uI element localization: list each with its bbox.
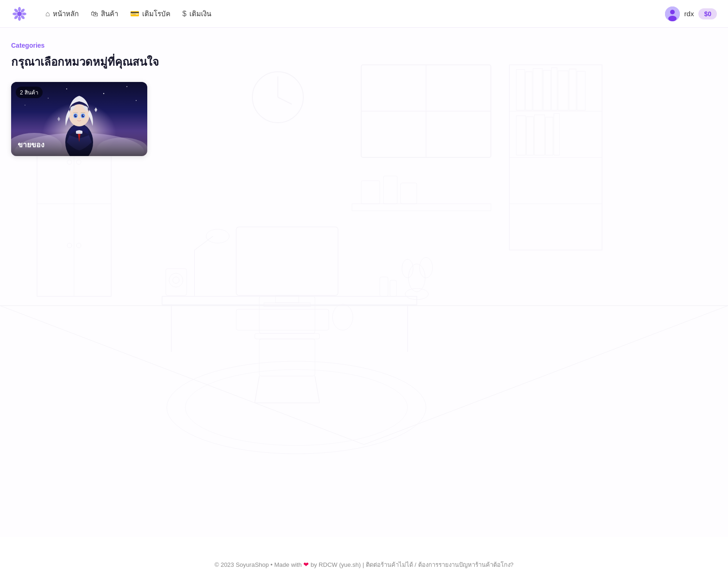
svg-rect-43	[276, 295, 299, 303]
navbar-right: rdx $0	[665, 6, 717, 21]
card-badge: 2 สินค้า	[16, 87, 43, 98]
svg-rect-42	[236, 227, 338, 295]
card-icon: 💳	[130, 9, 139, 18]
nav-topup-money[interactable]: $ เติมเงิน	[178, 6, 216, 22]
svg-point-80	[48, 98, 49, 99]
footer-copyright: © 2023 SoyuraShop • Made with	[214, 561, 301, 568]
nav-home-label: หน้าหลัก	[53, 8, 79, 19]
svg-point-82	[103, 93, 104, 94]
navbar-left: ⌂ หน้าหลัก 🛍 สินค้า 💳 เติมโรบัค $ เติมเง…	[11, 6, 216, 22]
svg-rect-72	[401, 183, 417, 204]
shop-icon: 🛍	[91, 10, 98, 18]
svg-point-11	[668, 16, 677, 21]
dollar-icon: $	[182, 10, 187, 18]
svg-point-7	[13, 13, 17, 15]
balance-badge[interactable]: $0	[698, 8, 717, 19]
home-icon: ⌂	[45, 10, 50, 18]
svg-point-100	[75, 115, 76, 116]
svg-line-65	[195, 236, 213, 250]
svg-rect-75	[166, 269, 187, 295]
svg-rect-70	[361, 181, 380, 204]
svg-rect-48	[259, 339, 315, 376]
user-name: rdx	[684, 10, 694, 18]
svg-point-10	[670, 10, 675, 14]
svg-point-1	[18, 7, 21, 12]
svg-point-85	[25, 105, 25, 105]
categories-label: Categories	[11, 42, 717, 49]
main-content: Categories กรุณาเลือกหมวดหมู่ที่คุณสนใจ	[0, 28, 728, 156]
svg-point-84	[136, 100, 137, 101]
nav-links: ⌂ หน้าหลัก 🛍 สินค้า 💳 เติมโรบัค $ เติมเง…	[41, 6, 216, 22]
footer-by: by RDCW (yue.sh) | ติดต่อร้านค้าไม่ได้ /…	[311, 561, 514, 568]
svg-point-56	[420, 257, 433, 278]
svg-rect-69	[352, 204, 491, 211]
category-card-khai-khong[interactable]: 2 สินค้า ขายของ	[11, 82, 147, 156]
footer-heart-icon: ❤	[303, 561, 309, 568]
svg-point-74	[185, 370, 408, 445]
svg-rect-39	[162, 296, 417, 305]
category-grid: 2 สินค้า ขายของ	[11, 82, 717, 156]
svg-point-101	[83, 115, 84, 116]
svg-rect-68	[390, 280, 396, 296]
avatar	[665, 6, 680, 21]
page-content: Categories กรุณาเลือกหมวดหมู่ที่คุณสนใจ	[0, 28, 728, 537]
svg-rect-44	[264, 303, 310, 307]
navbar: ⌂ หน้าหลัก 🛍 สินค้า 💳 เติมโรบัค $ เติมเง…	[0, 0, 728, 28]
svg-point-66	[206, 229, 229, 243]
logo[interactable]	[11, 6, 28, 22]
nav-shop-label: สินค้า	[101, 8, 118, 19]
svg-point-61	[76, 160, 81, 164]
svg-line-50	[315, 376, 320, 403]
svg-point-0	[17, 12, 22, 16]
nav-topup-robux-label: เติมโรบัค	[142, 8, 170, 19]
nav-shop[interactable]: 🛍 สินค้า	[86, 6, 123, 22]
svg-point-53	[405, 288, 428, 300]
nav-home[interactable]: ⌂ หน้าหลัก	[41, 6, 83, 22]
nav-topup-money-label: เติมเงิน	[189, 8, 211, 19]
svg-point-55	[402, 259, 413, 278]
svg-rect-67	[380, 277, 388, 296]
svg-rect-52	[259, 296, 315, 333]
svg-point-81	[66, 88, 67, 89]
nav-topup-robux[interactable]: 💳 เติมโรบัค	[126, 6, 175, 22]
svg-point-3	[22, 13, 26, 15]
footer: © 2023 SoyuraShop • Made with ❤ by RDCW …	[0, 552, 728, 577]
svg-point-54	[408, 264, 425, 292]
svg-point-5	[18, 16, 21, 21]
svg-point-60	[67, 160, 72, 164]
svg-rect-71	[383, 176, 397, 204]
svg-line-49	[255, 376, 259, 403]
svg-point-73	[167, 361, 426, 454]
svg-rect-45	[236, 309, 329, 330]
svg-point-77	[173, 277, 179, 283]
svg-rect-47	[255, 333, 320, 339]
svg-point-83	[126, 86, 127, 87]
svg-point-63	[76, 243, 81, 248]
card-label: ขายของ	[11, 131, 147, 156]
svg-line-14	[0, 306, 364, 445]
svg-point-76	[169, 273, 183, 287]
svg-point-62	[67, 243, 72, 248]
svg-line-15	[364, 306, 728, 445]
page-title: กรุณาเลือกหมวดหมู่ที่คุณสนใจ	[11, 53, 717, 71]
svg-point-46	[333, 304, 353, 330]
